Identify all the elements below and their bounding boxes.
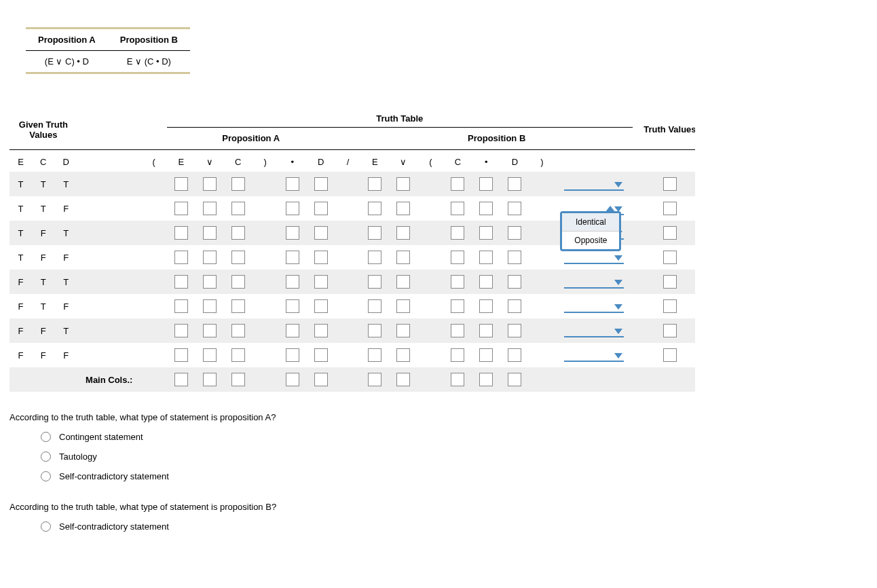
truth-input[interactable] xyxy=(231,275,245,289)
consistency-input[interactable] xyxy=(663,202,677,215)
truth-input[interactable] xyxy=(451,202,464,215)
truth-input[interactable] xyxy=(286,275,299,289)
consistency-input[interactable] xyxy=(663,275,677,289)
truth-input[interactable] xyxy=(451,299,464,313)
truth-input[interactable] xyxy=(396,275,410,289)
radio-icon[interactable] xyxy=(41,521,51,532)
maincol-input[interactable] xyxy=(451,373,464,386)
truth-input[interactable] xyxy=(479,299,493,313)
truth-table-scroll[interactable]: Given Truth Values Truth Table Truth Val… xyxy=(10,108,695,392)
truth-input[interactable] xyxy=(479,275,493,289)
maincol-input[interactable] xyxy=(231,373,245,386)
radio-icon[interactable] xyxy=(41,432,51,442)
truth-input[interactable] xyxy=(396,348,410,362)
truth-input[interactable] xyxy=(368,348,381,362)
truth-input[interactable] xyxy=(508,324,521,337)
truth-input[interactable] xyxy=(314,275,328,289)
truth-input[interactable] xyxy=(368,324,381,337)
truth-input[interactable] xyxy=(451,177,464,191)
truth-input[interactable] xyxy=(174,348,188,362)
truth-input[interactable] xyxy=(451,275,464,289)
maincol-input[interactable] xyxy=(396,373,410,386)
truth-input[interactable] xyxy=(314,202,328,215)
truth-input[interactable] xyxy=(368,177,381,191)
truth-input[interactable] xyxy=(314,226,328,240)
truth-input[interactable] xyxy=(314,299,328,313)
consistency-input[interactable] xyxy=(663,348,677,362)
truth-input[interactable] xyxy=(174,177,188,191)
truth-input[interactable] xyxy=(396,226,410,240)
truth-value-dropdown[interactable] xyxy=(564,324,624,337)
popup-option-identical[interactable]: Identical xyxy=(562,213,619,231)
truth-input[interactable] xyxy=(508,177,521,191)
maincol-input[interactable] xyxy=(174,373,188,386)
truth-input[interactable] xyxy=(203,348,217,362)
truth-input[interactable] xyxy=(479,177,493,191)
truth-input[interactable] xyxy=(368,251,381,264)
truth-input[interactable] xyxy=(314,177,328,191)
popup-option-opposite[interactable]: Opposite xyxy=(562,231,619,249)
truth-input[interactable] xyxy=(451,348,464,362)
truth-input[interactable] xyxy=(231,348,245,362)
truth-input[interactable] xyxy=(396,177,410,191)
truth-input[interactable] xyxy=(286,324,299,337)
truth-input[interactable] xyxy=(203,299,217,313)
truth-input[interactable] xyxy=(451,324,464,337)
answer-option[interactable]: Contingent statement xyxy=(41,432,877,442)
consistency-input[interactable] xyxy=(663,226,677,240)
truth-input[interactable] xyxy=(368,299,381,313)
answer-option[interactable]: Self-contradictory statement xyxy=(41,471,877,481)
truth-input[interactable] xyxy=(508,348,521,362)
consistency-input[interactable] xyxy=(663,299,677,313)
truth-input[interactable] xyxy=(396,324,410,337)
truth-input[interactable] xyxy=(479,251,493,264)
radio-icon[interactable] xyxy=(41,452,51,462)
truth-input[interactable] xyxy=(231,324,245,337)
truth-input[interactable] xyxy=(451,251,464,264)
truth-input[interactable] xyxy=(174,299,188,313)
truth-input[interactable] xyxy=(479,324,493,337)
truth-input[interactable] xyxy=(231,177,245,191)
truth-input[interactable] xyxy=(508,202,521,215)
consistency-input[interactable] xyxy=(663,177,677,191)
truth-input[interactable] xyxy=(286,177,299,191)
maincol-input[interactable] xyxy=(203,373,217,386)
truth-input[interactable] xyxy=(286,348,299,362)
truth-input[interactable] xyxy=(203,324,217,337)
truth-input[interactable] xyxy=(203,251,217,264)
maincol-input[interactable] xyxy=(314,373,328,386)
truth-value-dropdown[interactable] xyxy=(564,348,624,362)
answer-option[interactable]: Self-contradictory statement xyxy=(41,521,877,532)
truth-input[interactable] xyxy=(396,299,410,313)
truth-input[interactable] xyxy=(508,226,521,240)
truth-value-dropdown[interactable] xyxy=(564,275,624,289)
consistency-input[interactable] xyxy=(663,251,677,264)
truth-input[interactable] xyxy=(174,202,188,215)
truth-input[interactable] xyxy=(231,202,245,215)
truth-value-dropdown[interactable] xyxy=(564,251,624,264)
truth-input[interactable] xyxy=(396,251,410,264)
truth-input[interactable] xyxy=(231,251,245,264)
maincol-input[interactable] xyxy=(286,373,299,386)
truth-input[interactable] xyxy=(203,177,217,191)
truth-input[interactable] xyxy=(231,299,245,313)
truth-value-popup[interactable]: IdenticalOpposite xyxy=(560,211,621,251)
answer-option[interactable]: Tautology xyxy=(41,452,877,462)
truth-input[interactable] xyxy=(231,226,245,240)
truth-input[interactable] xyxy=(174,275,188,289)
truth-input[interactable] xyxy=(286,251,299,264)
truth-input[interactable] xyxy=(203,226,217,240)
truth-input[interactable] xyxy=(174,324,188,337)
truth-input[interactable] xyxy=(314,324,328,337)
truth-input[interactable] xyxy=(314,251,328,264)
truth-input[interactable] xyxy=(368,202,381,215)
truth-input[interactable] xyxy=(508,251,521,264)
truth-input[interactable] xyxy=(396,202,410,215)
truth-input[interactable] xyxy=(203,202,217,215)
truth-input[interactable] xyxy=(174,251,188,264)
radio-icon[interactable] xyxy=(41,471,51,481)
truth-input[interactable] xyxy=(508,299,521,313)
truth-input[interactable] xyxy=(286,226,299,240)
truth-input[interactable] xyxy=(451,226,464,240)
truth-input[interactable] xyxy=(203,275,217,289)
